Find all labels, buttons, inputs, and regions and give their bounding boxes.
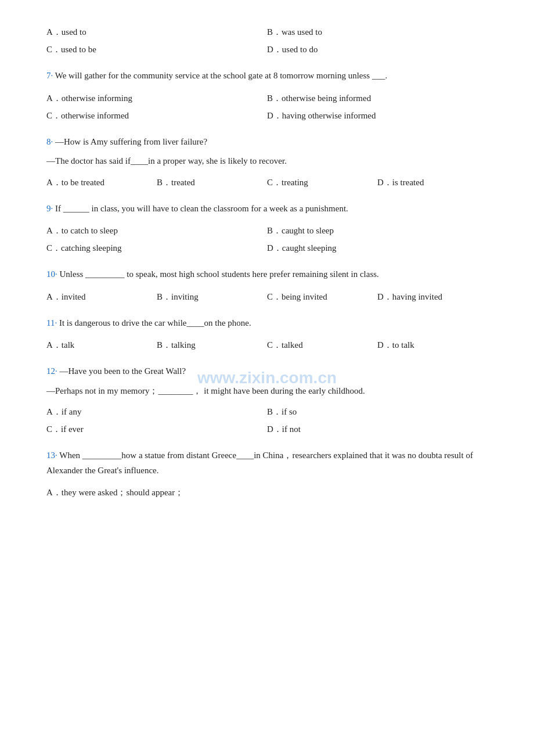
question-7-options: A．otherwise informing B．otherwise being …	[46, 89, 488, 124]
q7-option-D-label: D．	[267, 111, 282, 120]
question-9-options: A．to catch to sleep B．caught to sleep C．…	[46, 222, 488, 257]
q9-option-C: C．catching sleeping	[46, 239, 267, 257]
question-13-options: A．they were asked；should appear；	[46, 484, 488, 501]
q12-option-C-label: C．	[46, 424, 61, 434]
q9-option-A-label: A．	[46, 226, 62, 235]
q11-option-A-label: A．	[46, 340, 62, 350]
q10-option-C-text: being invited	[282, 292, 327, 301]
q12-option-C-text: if ever	[61, 424, 84, 434]
question-11-options: A．talk B．talking C．talked D．to talk	[46, 336, 488, 354]
option-D-label: D．	[267, 45, 282, 54]
q9-option-B: B．caught to sleep	[267, 222, 488, 239]
question-9-number: 9·	[46, 204, 53, 213]
q11-option-A-text: talk	[62, 340, 75, 350]
question-8-dialog2: —The doctor has said if____in a proper w…	[46, 154, 488, 169]
question-8-options: A．to be treated B．treated C．treating D．i…	[46, 174, 488, 191]
option-B: B．was used to	[267, 23, 488, 41]
option-C-text: used to be	[61, 45, 96, 54]
q9-option-A-text: to catch to sleep	[62, 226, 118, 235]
q7-option-D: D．having otherwise informed	[267, 107, 488, 124]
q8-option-B-label: B．	[157, 178, 171, 187]
option-B-label: B．	[267, 27, 282, 37]
q11-option-B: B．talking	[157, 336, 267, 354]
option-C: C．used to be	[46, 41, 267, 58]
q12-option-A-text: if any	[62, 407, 82, 416]
question-10-options: A．invited B．inviting C．being invited D．h…	[46, 288, 488, 305]
q10-option-B-label: B．	[157, 292, 171, 301]
q9-option-D-text: caught sleeping	[282, 243, 337, 253]
option-A: A．used to	[46, 23, 267, 41]
q10-option-A: A．invited	[46, 288, 157, 305]
question-10: 10· Unless _________ to speak, most high…	[46, 267, 488, 305]
question-13: 13· When _________how a statue from dist…	[46, 448, 488, 501]
q13-option-A-label: A．	[46, 488, 62, 497]
q9-option-D: D．caught sleeping	[267, 239, 488, 257]
q8-option-C: C．treating	[267, 174, 377, 191]
q10-option-D-text: having invited	[392, 292, 442, 301]
question-8: 8· —How is Amy suffering from liver fail…	[46, 135, 488, 191]
options-row: A．used to B．was used to C．used to be D．u…	[46, 23, 488, 58]
option-D: D．used to do	[267, 41, 488, 58]
q9-option-C-label: C．	[46, 243, 61, 253]
q7-option-B-text: otherwise being informed	[282, 93, 371, 103]
q10-option-A-text: invited	[62, 292, 86, 301]
q10-option-B: B．inviting	[157, 288, 267, 305]
q8-option-A-label: A．	[46, 178, 62, 187]
question-11-text: 11· It is dangerous to drive the car whi…	[46, 316, 488, 331]
q7-option-B-label: B．	[267, 93, 282, 103]
q8-option-D-text: is treated	[392, 178, 424, 187]
q11-option-D-text: to talk	[392, 340, 414, 350]
question-8-number: 8·	[46, 137, 53, 146]
q8-option-D-label: D．	[377, 178, 392, 187]
q11-option-D: D．to talk	[377, 336, 488, 354]
q9-option-A: A．to catch to sleep	[46, 222, 267, 239]
prev-question-options: A．used to B．was used to C．used to be D．u…	[46, 23, 488, 58]
q11-option-A: A．talk	[46, 336, 157, 354]
q10-option-D: D．having invited	[377, 288, 488, 305]
question-12-dialog1: 12· —Have you been to the Great Wall?	[46, 364, 488, 379]
q9-option-B-text: caught to sleep	[282, 226, 334, 235]
q10-option-B-text: inviting	[171, 292, 199, 301]
q11-option-C-text: talked	[282, 340, 303, 350]
option-D-text: used to do	[282, 45, 318, 54]
q10-option-A-label: A．	[46, 292, 62, 301]
q12-option-A-label: A．	[46, 407, 62, 416]
q11-option-B-label: B．	[157, 340, 171, 350]
question-11: 11· It is dangerous to drive the car whi…	[46, 316, 488, 354]
q12-option-D-label: D．	[267, 424, 282, 434]
question-12-number: 12·	[46, 366, 57, 376]
option-B-text: was used to	[282, 27, 322, 37]
q9-option-C-text: catching sleeping	[61, 243, 122, 253]
q7-option-A: A．otherwise informing	[46, 89, 267, 107]
q11-option-C: C．talked	[267, 336, 377, 354]
question-9: 9· If ______ in class, you will have to …	[46, 201, 488, 257]
q7-option-C-text: otherwise informed	[61, 111, 129, 120]
q10-option-C: C．being invited	[267, 288, 377, 305]
q12-option-D: D．if not	[267, 420, 488, 438]
q8-option-B: B．treated	[157, 174, 267, 191]
q8-option-A-text: to be treated	[62, 178, 104, 187]
q12-option-A: A．if any	[46, 403, 267, 420]
question-7-number: 7·	[46, 71, 53, 80]
q8-option-D: D．is treated	[377, 174, 488, 191]
option-A-text: used to	[62, 27, 86, 37]
q9-option-B-label: B．	[267, 226, 282, 235]
q8-option-B-text: treated	[171, 178, 195, 187]
q11-option-C-label: C．	[267, 340, 282, 350]
question-10-text: 10· Unless _________ to speak, most high…	[46, 267, 488, 282]
q12-option-B-text: if so	[282, 407, 297, 416]
question-12: 12· —Have you been to the Great Wall? —P…	[46, 364, 488, 438]
q12-option-D-text: if not	[282, 424, 301, 434]
question-11-number: 11·	[46, 318, 57, 327]
question-7: 7· We will gather for the community serv…	[46, 69, 488, 124]
q12-option-B-label: B．	[267, 407, 282, 416]
option-A-label: A．	[46, 27, 62, 37]
q7-option-B: B．otherwise being informed	[267, 89, 488, 107]
q7-option-D-text: having otherwise informed	[282, 111, 376, 120]
question-12-dialog2: —Perhaps not in my memory；________， it m…	[46, 384, 488, 399]
question-10-number: 10·	[46, 269, 57, 279]
q12-option-B: B．if so	[267, 403, 488, 420]
q7-option-A-label: A．	[46, 93, 62, 103]
q10-option-D-label: D．	[377, 292, 392, 301]
question-7-text: 7· We will gather for the community serv…	[46, 69, 488, 84]
